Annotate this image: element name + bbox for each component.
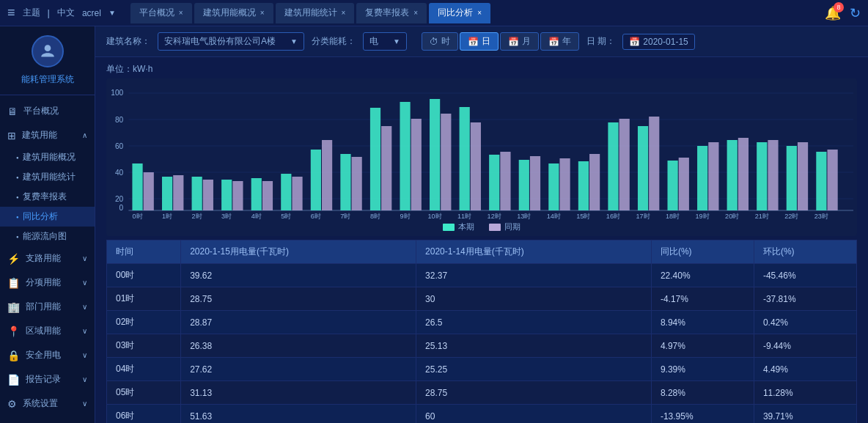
svg-text:2时: 2时 xyxy=(192,213,202,220)
sidebar-item-building-energy[interactable]: ⊞ 建筑用能 ∧ xyxy=(0,123,95,147)
table-container: 时间 2020-1-15用电量(千瓦时) 2020-1-14用电量(千瓦时) 同… xyxy=(106,240,857,423)
svg-point-0 xyxy=(44,45,51,51)
svg-rect-56 xyxy=(768,140,778,210)
arrow-icon: ∨ xyxy=(82,351,87,359)
table-cell: 05时 xyxy=(107,381,181,405)
sub-menu-building: ● 建筑用能概况 ● 建筑用能统计 ● 复费率报表 ● 同比分析 ● 能源流向图 xyxy=(0,147,95,246)
svg-rect-23 xyxy=(281,174,291,210)
tab-compare[interactable]: 同比分析 × xyxy=(429,3,490,23)
svg-rect-19 xyxy=(221,180,232,210)
svg-rect-50 xyxy=(679,158,689,210)
table-cell: 4.49% xyxy=(754,358,856,381)
user-arrow-icon[interactable]: ▼ xyxy=(108,9,116,17)
sidebar-sub-building-stats[interactable]: ● 建筑用能统计 xyxy=(0,167,95,187)
sidebar-item-sub-energy[interactable]: 📋 分项用能 ∨ xyxy=(0,271,95,295)
col-header-yoy: 同比(%) xyxy=(651,240,754,264)
time-btn-day[interactable]: 📅 日 xyxy=(460,32,499,51)
sidebar-item-branch[interactable]: ⚡ 支路用能 ∨ xyxy=(0,246,95,271)
dropdown-arrow-icon: ▼ xyxy=(290,37,298,45)
table-cell: 22.40% xyxy=(651,264,754,287)
svg-rect-34 xyxy=(441,114,451,210)
sub-item-label: 能源流向图 xyxy=(23,230,67,243)
svg-rect-22 xyxy=(262,181,273,210)
lang-label: 中文 xyxy=(57,7,75,19)
date-input[interactable]: 📅 2020-01-15 xyxy=(622,34,694,50)
svg-text:20: 20 xyxy=(115,195,124,203)
close-icon[interactable]: × xyxy=(179,9,183,17)
sub-item-label: 建筑用能概况 xyxy=(23,151,76,163)
svg-rect-53 xyxy=(727,140,738,210)
table-cell: 8.28% xyxy=(651,381,754,405)
svg-rect-24 xyxy=(292,177,302,210)
svg-text:60: 60 xyxy=(115,142,124,150)
table-row: 06时51.6360-13.95%39.71% xyxy=(107,405,857,424)
sidebar-item-security[interactable]: 🔒 安全用电 ∨ xyxy=(0,343,95,367)
sidebar-item-label: 安全用电 xyxy=(26,349,61,361)
settings-icon: ⚙ xyxy=(7,398,17,410)
svg-rect-51 xyxy=(697,146,707,210)
sidebar-sub-building-overview[interactable]: ● 建筑用能概况 xyxy=(0,147,95,167)
refresh-icon[interactable]: ↻ xyxy=(850,5,861,21)
table-cell: -45.46% xyxy=(754,264,856,287)
category-select[interactable]: 电 ▼ xyxy=(363,32,407,51)
arrow-icon: ∨ xyxy=(82,375,87,383)
bell-icon[interactable]: 🔔 8 xyxy=(825,5,841,21)
dept-icon: 🏢 xyxy=(7,301,20,313)
svg-rect-48 xyxy=(649,117,659,210)
arrow-icon: ∨ xyxy=(82,254,87,262)
close-icon[interactable]: × xyxy=(342,9,346,17)
sidebar-item-dept[interactable]: 🏢 部门用能 ∨ xyxy=(0,295,95,319)
svg-text:15时: 15时 xyxy=(576,213,590,220)
arrow-icon: ∧ xyxy=(82,131,87,139)
sidebar-item-label: 平台概况 xyxy=(23,105,59,117)
month-icon: 📅 xyxy=(508,37,519,47)
sidebar-item-zone[interactable]: 📍 区域用能 ∨ xyxy=(0,319,95,343)
table-cell: 39.71% xyxy=(754,405,856,424)
table-cell: -37.81% xyxy=(754,287,856,311)
sidebar-item-report[interactable]: 📄 报告记录 ∨ xyxy=(0,367,95,391)
time-btn-year[interactable]: 📅 年 xyxy=(540,32,579,51)
avatar xyxy=(32,35,64,67)
svg-rect-20 xyxy=(232,181,243,210)
time-btn-month[interactable]: 📅 月 xyxy=(500,32,539,51)
sidebar-item-settings[interactable]: ⚙ 系统设置 ∨ xyxy=(0,391,95,416)
svg-rect-13 xyxy=(132,163,142,210)
tab-energy-stats[interactable]: 建筑用能统计 × xyxy=(276,3,355,23)
hamburger-icon[interactable]: ≡ xyxy=(7,5,15,21)
svg-rect-47 xyxy=(638,126,648,210)
bar-chart: 100 80 60 40 20 0 xyxy=(110,84,853,220)
close-icon[interactable]: × xyxy=(477,9,482,17)
sidebar-item-platform[interactable]: 🖥 平台概况 xyxy=(0,99,95,123)
col-header-previous: 2020-1-14用电量(千瓦时) xyxy=(416,240,652,264)
svg-rect-30 xyxy=(381,126,391,210)
close-icon[interactable]: × xyxy=(413,9,418,17)
svg-rect-58 xyxy=(798,142,808,210)
sidebar-sub-compare[interactable]: ● 同比分析 xyxy=(0,207,95,227)
building-select[interactable]: 安科瑞电气股份有限公司A楼 ▼ xyxy=(158,32,304,51)
tab-energy-overview[interactable]: 建筑用能概况 × xyxy=(194,3,273,23)
sidebar-sub-energy-flow[interactable]: ● 能源流向图 xyxy=(0,227,95,246)
svg-text:21时: 21时 xyxy=(755,213,769,220)
sidebar-menu: 🖥 平台概况 ⊞ 建筑用能 ∧ ● 建筑用能概况 ● 建筑用能统计 ● 复费率报… xyxy=(0,95,95,423)
svg-rect-37 xyxy=(489,155,499,210)
tab-recovery-rate[interactable]: 复费率报表 × xyxy=(356,3,427,23)
svg-text:20时: 20时 xyxy=(725,213,739,220)
svg-text:3时: 3时 xyxy=(221,213,232,220)
table-cell: 01时 xyxy=(107,287,181,311)
subitem-icon: 📋 xyxy=(7,277,20,289)
svg-text:0: 0 xyxy=(119,204,124,212)
svg-rect-16 xyxy=(173,175,183,210)
year-icon: 📅 xyxy=(548,37,559,47)
svg-rect-14 xyxy=(144,172,154,210)
sidebar-sub-recovery[interactable]: ● 复费率报表 xyxy=(0,187,95,207)
svg-text:18时: 18时 xyxy=(666,213,680,220)
svg-text:1时: 1时 xyxy=(162,213,172,220)
close-icon[interactable]: × xyxy=(260,9,265,17)
svg-rect-38 xyxy=(500,152,510,210)
svg-rect-46 xyxy=(619,119,630,210)
table-cell: 27.62 xyxy=(181,358,416,381)
time-btn-hour[interactable]: ⏱ 时 xyxy=(422,32,458,51)
user-label: acrel xyxy=(82,8,101,18)
arrow-icon: ∨ xyxy=(82,303,87,311)
tab-platform[interactable]: 平台概况 × xyxy=(130,3,192,23)
